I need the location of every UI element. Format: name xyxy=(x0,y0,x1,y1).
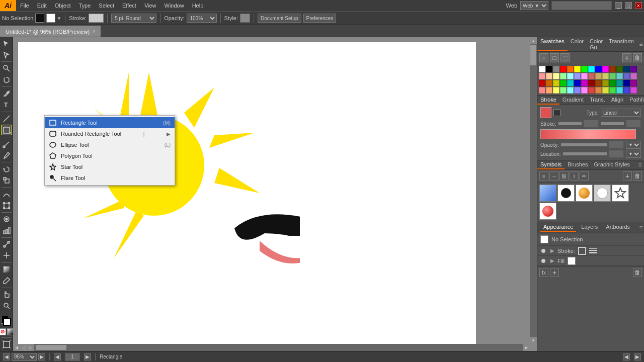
line-tool-button[interactable] xyxy=(1,114,12,124)
break-link-button[interactable]: ⛓ xyxy=(559,171,569,180)
color-swatch[interactable] xyxy=(567,80,574,86)
hand-tool-button[interactable] xyxy=(1,290,12,300)
color-swatch[interactable] xyxy=(623,66,630,72)
gradient-panel-tab[interactable]: Gradient xyxy=(559,96,587,105)
stroke-swatch-white[interactable] xyxy=(46,14,55,23)
color-swatch[interactable] xyxy=(602,73,609,79)
flyout-ellipse-tool[interactable]: Ellipse Tool (L) xyxy=(45,139,175,150)
vertical-scrollbar[interactable]: ▲ ▼ xyxy=(530,37,537,344)
color-swatch[interactable] xyxy=(546,73,552,79)
symbol-item-sphere[interactable] xyxy=(576,185,593,202)
art-browser-button[interactable]: ◀ xyxy=(623,353,630,360)
workspace-select[interactable]: Web ▼ xyxy=(520,1,548,10)
appearance-delete-button[interactable]: 🗑 xyxy=(633,268,642,277)
color-swatch[interactable] xyxy=(581,80,588,86)
color-swatch[interactable] xyxy=(560,66,567,72)
menu-window[interactable]: Window xyxy=(160,0,188,11)
color-swatch[interactable] xyxy=(609,66,616,72)
gradient-type-select[interactable]: Linear Radial xyxy=(601,109,641,117)
menu-file[interactable]: File xyxy=(16,0,33,11)
color-swatch[interactable] xyxy=(546,87,552,94)
art-browser-button2[interactable]: ▶ xyxy=(634,353,641,360)
color-swatch[interactable] xyxy=(595,87,602,94)
tab-close-button[interactable]: × xyxy=(93,29,96,34)
pencil-tool-button[interactable] xyxy=(1,150,12,160)
preferences-button[interactable]: Preferences xyxy=(303,14,337,23)
delete-swatch-button[interactable]: 🗑 xyxy=(633,53,642,62)
color-swatch[interactable] xyxy=(623,87,630,94)
stroke-value-input2[interactable] xyxy=(626,120,641,128)
panel-menu-button[interactable]: ≡ xyxy=(637,40,644,48)
flyout-rounded-rectangle-tool[interactable]: Rounded Rectangle Tool | ▶ xyxy=(45,128,175,139)
graphic-styles-tab[interactable]: Graphic Styles xyxy=(591,160,633,169)
color-swatch[interactable] xyxy=(581,87,588,94)
color-swatch[interactable] xyxy=(595,66,602,72)
color-swatch[interactable] xyxy=(539,87,545,94)
trans-panel-tab[interactable]: Trans. xyxy=(587,96,608,105)
brushes-tab[interactable]: Brushes xyxy=(565,160,591,169)
color-swatch[interactable] xyxy=(560,87,567,94)
none-swatch[interactable]: ⊘ xyxy=(0,328,6,335)
symbols-panel-menu-button[interactable]: ≡ xyxy=(636,161,644,169)
opacity-type-select[interactable]: ▼ xyxy=(626,141,641,149)
free-transform-button[interactable] xyxy=(1,200,12,211)
location-value[interactable] xyxy=(609,150,624,158)
color-swatch[interactable] xyxy=(616,87,623,94)
appearance-fill-preview[interactable] xyxy=(568,257,576,265)
magic-wand-tool-button[interactable] xyxy=(1,63,12,74)
color-swatch[interactable] xyxy=(630,73,637,79)
color-swatch[interactable] xyxy=(539,73,545,79)
color-swatch[interactable] xyxy=(553,80,559,86)
symbol-item-blue[interactable] xyxy=(539,185,556,202)
menu-select[interactable]: Select xyxy=(95,0,118,11)
color-swatch[interactable] xyxy=(609,80,616,86)
color-swatch[interactable] xyxy=(623,80,630,86)
prev-page-button[interactable]: ◁ xyxy=(20,344,27,351)
gradient-bar[interactable] xyxy=(540,129,636,139)
color-tab[interactable]: Color xyxy=(568,37,587,51)
new-swatch-button[interactable]: + xyxy=(622,53,631,62)
color-swatch[interactable] xyxy=(623,73,630,79)
color-swatch[interactable] xyxy=(567,66,574,72)
selection-tool-button[interactable] xyxy=(1,38,12,49)
color-swatch[interactable] xyxy=(581,73,588,79)
color-swatch[interactable] xyxy=(560,73,567,79)
scroll-down-button[interactable]: ▼ xyxy=(530,337,537,344)
swatch-library-button[interactable]: ≡ xyxy=(539,53,548,62)
minimize-button[interactable]: _ xyxy=(615,2,622,9)
color-swatch[interactable] xyxy=(602,66,609,72)
color-swatch[interactable] xyxy=(553,87,559,94)
mesh-tool-button[interactable] xyxy=(1,250,12,261)
direct-selection-tool-button[interactable] xyxy=(1,49,12,60)
stroke-color-preview[interactable] xyxy=(89,14,104,23)
color-swatch[interactable] xyxy=(546,66,552,72)
stroke-slider[interactable] xyxy=(558,122,582,125)
symbol-item-splash[interactable] xyxy=(557,185,575,202)
stroke-color-secondary[interactable] xyxy=(553,109,560,116)
color-swatch[interactable] xyxy=(574,87,581,94)
color-swatch[interactable] xyxy=(588,66,595,72)
color-swatch[interactable] xyxy=(581,66,588,72)
appearance-expand-stroke[interactable]: ▶ xyxy=(550,248,554,253)
show-swatch-kinds-button[interactable]: ⬚ xyxy=(560,53,570,62)
color-swatch[interactable] xyxy=(588,87,595,94)
document-tab[interactable]: Untitled-1* @ 96% (RGB/Preview) × xyxy=(0,26,101,37)
shape-tool-button[interactable] xyxy=(1,125,12,135)
document-setup-button[interactable]: Document Setup xyxy=(258,14,301,23)
canvas-area[interactable]: Rectangle Tool (M) Rounded Rectangle Too… xyxy=(13,37,537,351)
color-swatch[interactable] xyxy=(630,87,637,94)
color-swatch[interactable] xyxy=(616,66,623,72)
type-tool-button[interactable]: T xyxy=(1,100,12,110)
stroke-slider2[interactable] xyxy=(601,122,624,125)
new-symbol-button[interactable]: + xyxy=(623,171,632,180)
eyedropper-tool-button[interactable] xyxy=(1,276,12,286)
color-swatch[interactable] xyxy=(588,73,595,79)
appearance-clear-button[interactable]: + xyxy=(550,268,559,277)
flyout-flare-tool[interactable]: Flare Tool xyxy=(45,172,175,184)
appearance-visibility-stroke[interactable] xyxy=(540,247,547,254)
scroll-left-button[interactable]: ◀ xyxy=(13,344,20,351)
new-color-group-button[interactable]: □ xyxy=(550,53,559,62)
color-swatch[interactable] xyxy=(567,73,574,79)
scroll-right-button[interactable]: ▶ xyxy=(523,344,530,351)
color-swatch[interactable] xyxy=(616,73,623,79)
